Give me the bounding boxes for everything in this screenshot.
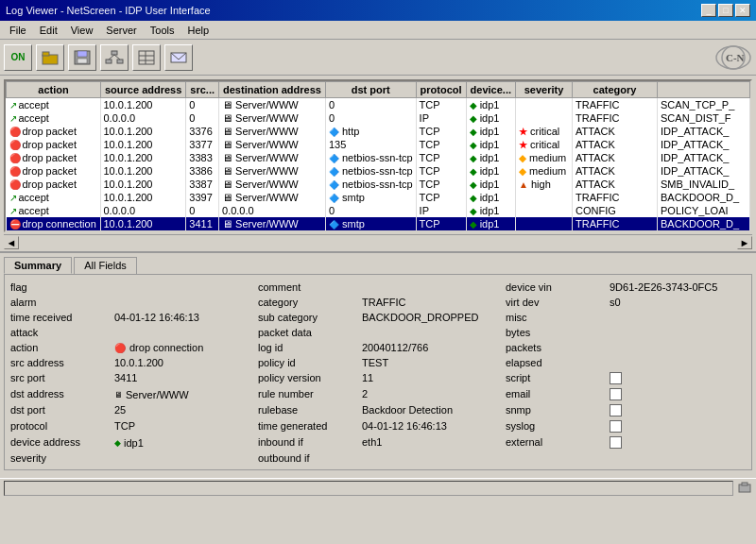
menu-view[interactable]: View	[65, 24, 99, 37]
value-flag	[112, 280, 250, 294]
label-email: email	[506, 387, 600, 401]
label-time-generated: time generated	[258, 419, 352, 434]
label-device-address: device address	[10, 435, 105, 450]
label-src-address: src address	[10, 356, 105, 369]
table-row[interactable]: ↗ accept 0.0.0.0 0 🖥 Server/WWW 0 IP ◆ i…	[7, 111, 750, 125]
col-header-category[interactable]: category	[573, 82, 658, 98]
table-row[interactable]: 🔴 drop packet 10.0.1.200 3383 🖥 Server/W…	[7, 151, 750, 164]
close-button[interactable]: ✕	[735, 4, 750, 17]
label-time-received: time received	[10, 311, 105, 324]
cell-subcategory: IDP_ATTACK_	[658, 125, 750, 138]
svg-rect-4	[77, 59, 87, 63]
menu-tools[interactable]: Tools	[145, 24, 180, 37]
table-row[interactable]: ↗ accept 10.0.1.200 3397 🖥 Server/WWW 🔷 …	[7, 191, 750, 204]
col-header-src-port[interactable]: src...	[186, 82, 219, 98]
cell-dst-port: 🔷 http	[325, 125, 416, 138]
value-time-generated: 04-01-12 16:46:13	[360, 419, 498, 434]
window-controls[interactable]: _ □ ✕	[701, 4, 750, 17]
snmp-checkbox[interactable]	[610, 404, 622, 416]
scroll-right-button[interactable]: ►	[737, 236, 752, 249]
cell-category: TRAFFIC	[573, 111, 658, 125]
scrollbar-track[interactable]	[19, 236, 737, 249]
cell-src-port: 3377	[186, 138, 219, 151]
col-header-severity[interactable]: severity	[516, 82, 573, 98]
log-table-body: ↗ accept 10.0.1.200 0 🖥 Server/WWW 0 TCP…	[7, 98, 750, 231]
status-icon	[737, 481, 752, 496]
menu-help[interactable]: Help	[181, 24, 215, 37]
col-header-src-addr[interactable]: source address	[101, 82, 186, 98]
svg-rect-19	[742, 483, 747, 485]
table-row[interactable]: ↗ accept 0.0.0.0 0 0.0.0.0 0 IP ◆ idp1 C…	[7, 204, 750, 217]
network-button[interactable]	[100, 44, 129, 71]
summary-content: flag comment device vin 9D61-2E26-3743-0…	[4, 274, 752, 470]
power-on-button[interactable]: ON	[4, 44, 32, 71]
email-checkbox[interactable]	[610, 388, 622, 400]
col-header-protocol[interactable]: protocol	[416, 82, 466, 98]
scroll-left-button[interactable]: ◄	[4, 236, 19, 249]
value-packets	[608, 341, 746, 354]
menu-server[interactable]: Server	[100, 24, 142, 37]
cell-subcategory: IDP_ATTACK_	[658, 151, 750, 164]
value-script	[608, 371, 746, 385]
cell-severity: ▲ high	[516, 178, 573, 191]
cell-protocol: TCP	[416, 98, 466, 112]
script-checkbox[interactable]	[610, 372, 622, 384]
col-header-device[interactable]: device...	[466, 82, 515, 98]
cell-src-addr: 10.0.1.200	[101, 191, 186, 204]
label-rulebase: rulebase	[258, 403, 352, 417]
cell-category: ATTACK	[573, 138, 658, 151]
cell-src-addr: 0.0.0.0	[101, 111, 186, 125]
cell-protocol: TCP	[416, 138, 466, 151]
cell-protocol: TCP	[416, 178, 466, 191]
cell-category: ATTACK	[573, 151, 658, 164]
maximize-button[interactable]: □	[718, 4, 733, 17]
table-row[interactable]: 🔴 drop packet 10.0.1.200 3377 🖥 Server/W…	[7, 138, 750, 151]
cell-severity	[516, 191, 573, 204]
syslog-checkbox[interactable]	[610, 420, 622, 433]
status-text-panel	[4, 481, 733, 496]
horizontal-scrollbar[interactable]: ◄ ►	[4, 234, 752, 249]
cell-action: 🔴 drop packet	[7, 178, 101, 191]
logo: C-N	[677, 43, 752, 72]
value-device-address: ◆ idp1	[112, 435, 250, 450]
minimize-button[interactable]: _	[701, 4, 716, 17]
toolbar: ON C-N	[0, 40, 756, 76]
col-header-dst-port[interactable]: dst port	[325, 82, 416, 98]
email-button[interactable]	[164, 44, 193, 71]
col-header-subcategory[interactable]	[658, 82, 750, 98]
menu-edit[interactable]: Edit	[34, 24, 63, 37]
cell-dst-port: 🔷 netbios-ssn-tcp	[325, 164, 416, 178]
table-row[interactable]: 🔴 drop packet 10.0.1.200 3376 🖥 Server/W…	[7, 125, 750, 138]
value-rule-number: 2	[360, 387, 498, 401]
value-bytes	[608, 326, 746, 339]
table-row[interactable]: 🔴 drop packet 10.0.1.200 3386 🖥 Server/W…	[7, 164, 750, 178]
table-row[interactable]: 🔴 drop packet 10.0.1.200 3387 🖥 Server/W…	[7, 178, 750, 191]
table-row[interactable]: ↗ accept 10.0.1.200 0 🖥 Server/WWW 0 TCP…	[7, 98, 750, 112]
cell-subcategory: BACKDOOR_D_	[658, 217, 750, 230]
cell-dst-port: 🔷 smtp	[325, 217, 416, 230]
col-header-dst-addr[interactable]: destination address	[219, 82, 326, 98]
table-row[interactable]: ⛔ drop connection 10.0.1.200 3411 🖥 Serv…	[7, 217, 750, 230]
cell-dst-addr: 🖥 Server/WWW	[219, 164, 326, 178]
cell-dst-port: 🔷 netbios-ssn-tcp	[325, 178, 416, 191]
value-packet-data	[360, 326, 498, 339]
label-dst-port: dst port	[10, 403, 105, 417]
cell-severity: ★ critical	[516, 125, 573, 138]
cell-action: ⛔ drop connection	[7, 217, 101, 230]
open-button[interactable]	[36, 44, 64, 71]
table-button[interactable]	[132, 44, 161, 71]
tab-summary[interactable]: Summary	[4, 257, 72, 274]
save-button[interactable]	[68, 44, 96, 71]
label-rule-number: rule number	[258, 387, 352, 401]
label-attack: attack	[10, 326, 105, 339]
summary-tabs: Summary All Fields	[0, 253, 756, 274]
tab-all-fields[interactable]: All Fields	[74, 257, 137, 274]
external-checkbox[interactable]	[610, 436, 622, 449]
cell-protocol: IP	[416, 111, 466, 125]
cell-severity: ★ critical	[516, 138, 573, 151]
menu-file[interactable]: File	[4, 24, 32, 37]
col-header-action[interactable]: action	[7, 82, 101, 98]
cell-action: 🔴 drop packet	[7, 151, 101, 164]
cell-device: ◆ idp1	[466, 164, 515, 178]
cell-subcategory: IDP_ATTACK_	[658, 164, 750, 178]
